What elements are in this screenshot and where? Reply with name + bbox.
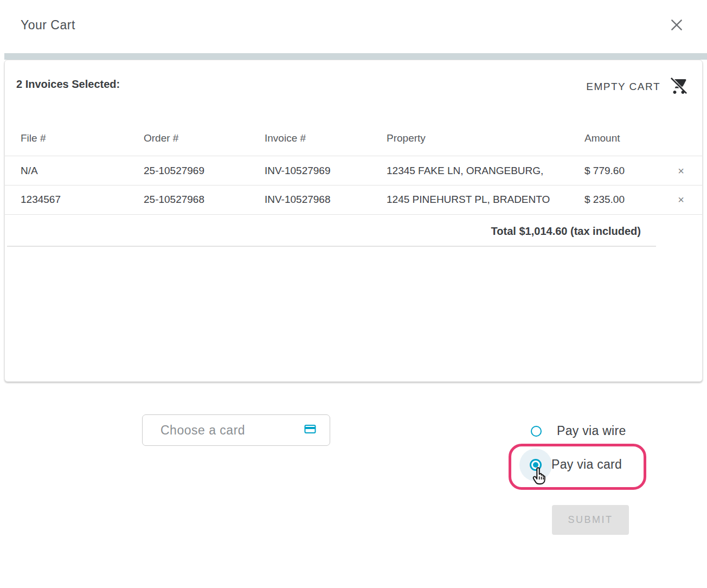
col-header-file: File # <box>21 132 46 144</box>
remove-invoice-icon[interactable]: × <box>673 164 689 177</box>
empty-cart-label: EMPTY CART <box>586 81 660 93</box>
close-button[interactable] <box>666 15 687 37</box>
cell-amount: $ 779.60 <box>584 165 625 177</box>
choose-card-placeholder: Choose a card <box>160 423 304 438</box>
radio-selected-icon <box>530 459 542 471</box>
table-header-row: File # Order # Invoice # Property Amount <box>4 123 703 153</box>
submit-button[interactable]: SUBMIT <box>552 505 629 535</box>
radio-pay-via-card[interactable] <box>530 459 542 471</box>
cell-invoice: INV-10527968 <box>265 194 331 206</box>
page-title: Your Cart <box>21 18 75 33</box>
cell-file: 1234567 <box>21 194 61 206</box>
empty-cart-button[interactable]: EMPTY CART <box>586 76 689 98</box>
cell-order: 25-10527968 <box>144 194 204 206</box>
table-row: 1234567 25-10527968 INV-10527968 1245 PI… <box>4 185 703 215</box>
col-header-amount: Amount <box>584 132 620 144</box>
col-header-property: Property <box>387 132 575 144</box>
credit-card-icon <box>304 423 317 438</box>
radio-pay-via-wire[interactable]: Pay via wire <box>531 424 626 438</box>
table-row: N/A 25-10527969 INV-10527969 12345 FAKE … <box>4 156 703 186</box>
radio-circle-icon <box>531 426 542 437</box>
invoices-selected-label: 2 Invoices Selected: <box>16 78 120 91</box>
col-header-invoice: Invoice # <box>265 132 306 144</box>
total-row: Total $1,014.60 (tax included) <box>4 216 703 246</box>
total-divider <box>7 246 656 247</box>
cell-order: 25-10527969 <box>144 165 204 177</box>
cell-property: 12345 FAKE LN, ORANGEBURG, <box>387 165 575 177</box>
cell-file: N/A <box>21 165 38 177</box>
header-divider-bar <box>4 53 707 60</box>
cell-property: 1245 PINEHURST PL, BRADENTO <box>387 194 575 206</box>
remove-invoice-icon[interactable]: × <box>673 194 689 206</box>
pay-via-card-label[interactable]: Pay via card <box>551 457 622 472</box>
close-icon <box>670 18 684 34</box>
cell-amount: $ 235.00 <box>584 194 625 206</box>
choose-card-dropdown[interactable]: Choose a card <box>142 414 330 446</box>
remove-shopping-cart-icon <box>669 76 689 98</box>
cell-invoice: INV-10527969 <box>265 165 331 177</box>
pay-via-wire-label: Pay via wire <box>557 424 626 438</box>
cart-total: Total $1,014.60 (tax included) <box>491 225 641 237</box>
col-header-order: Order # <box>144 132 178 144</box>
